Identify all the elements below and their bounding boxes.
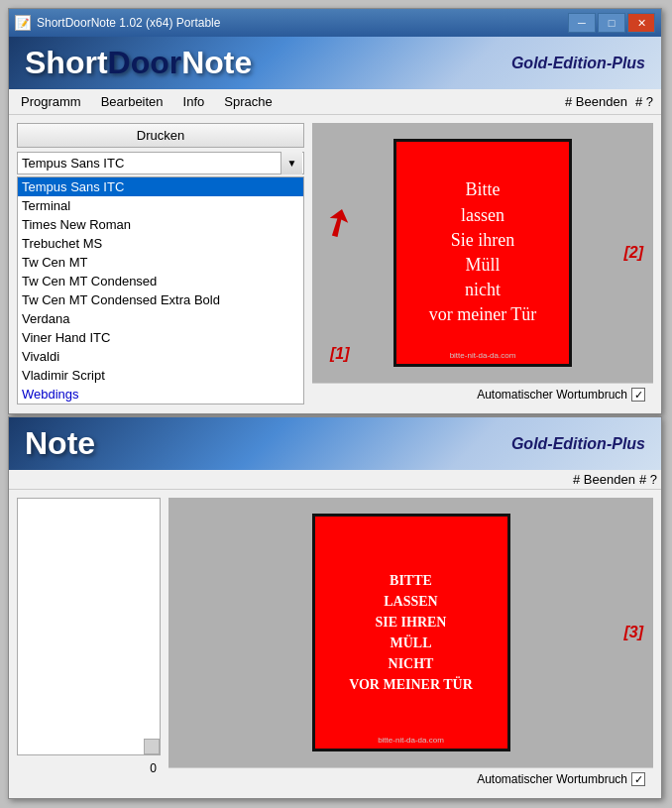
wordwrap-row: Automatischer Wortumbruch ✓ xyxy=(312,383,653,405)
list-item[interactable]: Terminal xyxy=(18,196,303,215)
close-button[interactable]: ✕ xyxy=(627,13,655,33)
bottom-wordwrap-label: Automatischer Wortumbruch xyxy=(477,772,627,786)
bottom-wordwrap-row: Automatischer Wortumbruch ✓ xyxy=(168,767,653,790)
font-dropdown-container: Tempus Sans ITC ▼ xyxy=(17,152,304,174)
annotation-label-2: [2] xyxy=(623,244,643,262)
print-button[interactable]: Drucken xyxy=(17,123,304,148)
bottom-menu-bar: # Beenden # ? xyxy=(9,470,661,490)
arrow-annotation: ➚ xyxy=(314,197,361,248)
bottom-note-card-footer: bitte-nit-da-da.com xyxy=(378,736,444,745)
preview-area: ➚ [1] BittelassenSie ihrenMüllnichtvor m… xyxy=(312,123,653,383)
bottom-right-panel: BITTELASSENSIE IHRENMÜLLNICHTVOR MEINER … xyxy=(168,498,653,790)
scroll-value: 0 xyxy=(17,759,161,777)
app-header: ShortDoorNote Gold-Edition-Plus xyxy=(9,37,661,89)
app-subtitle: Gold-Edition-Plus xyxy=(511,55,645,72)
top-window: 📝 ShortDoorNote 1.02 (x64) Portable ─ □ … xyxy=(8,8,662,414)
bottom-note-card-text: BITTELASSENSIE IHRENMÜLLNICHTVOR MEINER … xyxy=(349,570,473,695)
app-title: ShortDoorNote xyxy=(25,45,252,81)
menu-sprache[interactable]: Sprache xyxy=(216,91,280,112)
left-panel: Drucken Tempus Sans ITC ▼ Tempus Sans IT… xyxy=(17,123,304,405)
app-icon: 📝 xyxy=(15,15,31,31)
bottom-main-content: 0 BITTELASSENSIE IHRENMÜLLNICHTVOR MEINE… xyxy=(9,490,661,798)
bottom-font-list[interactable] xyxy=(17,498,161,755)
bottom-window: Note Gold-Edition-Plus # Beenden # ? 0 xyxy=(8,416,662,799)
annotation-label-3: [3] xyxy=(623,624,643,641)
font-list[interactable]: Tempus Sans ITC Terminal Times New Roman… xyxy=(17,176,304,404)
bottom-menu-beenden[interactable]: # Beenden xyxy=(573,472,635,487)
list-item[interactable]: Tempus Sans ITC xyxy=(18,177,303,196)
title-bar-left: 📝 ShortDoorNote 1.02 (x64) Portable xyxy=(15,15,220,31)
list-item[interactable]: Tw Cen MT Condensed xyxy=(18,272,303,290)
wordwrap-label: Automatischer Wortumbruch xyxy=(477,388,627,402)
menu-info[interactable]: Info xyxy=(175,91,213,112)
minimize-button[interactable]: ─ xyxy=(568,13,596,33)
menu-right: # Beenden # ? xyxy=(565,94,653,109)
dropdown-arrow-icon: ▼ xyxy=(280,152,302,174)
title-bar: 📝 ShortDoorNote 1.02 (x64) Portable ─ □ … xyxy=(9,9,661,37)
list-item[interactable]: Verdana xyxy=(18,309,303,328)
menu-beenden[interactable]: # Beenden xyxy=(565,94,627,109)
title-bar-text: ShortDoorNote 1.02 (x64) Portable xyxy=(37,16,220,30)
font-dropdown[interactable]: Tempus Sans ITC xyxy=(17,152,304,174)
note-card: BittelassenSie ihrenMüllnichtvor meiner … xyxy=(393,139,572,367)
list-item[interactable]: Vladimir Script xyxy=(18,366,303,385)
menu-programm[interactable]: Programm xyxy=(13,91,89,112)
bottom-app-title: Note xyxy=(25,425,95,462)
list-item[interactable]: Times New Roman xyxy=(18,215,303,234)
menu-bar: Programm Bearbeiten Info Sprache # Beend… xyxy=(9,89,661,115)
bottom-app-header: Note Gold-Edition-Plus xyxy=(9,417,661,470)
bottom-menu-help[interactable]: # ? xyxy=(639,472,657,487)
bottom-note-card: BITTELASSENSIE IHRENMÜLLNICHTVOR MEINER … xyxy=(312,514,510,751)
list-item[interactable]: Wide Latin xyxy=(18,404,303,404)
list-item[interactable]: Webdings xyxy=(18,385,303,404)
wordwrap-checkbox[interactable]: ✓ xyxy=(631,388,645,402)
main-content: Drucken Tempus Sans ITC ▼ Tempus Sans IT… xyxy=(9,115,661,413)
annotation-label-1: [1] xyxy=(330,345,350,363)
maximize-button[interactable]: □ xyxy=(598,13,625,33)
menu-help[interactable]: # ? xyxy=(635,94,653,109)
list-item[interactable]: Viner Hand ITC xyxy=(18,328,303,347)
note-card-footer: bitte-nit-da-da.com xyxy=(450,351,516,360)
list-item[interactable]: Trebuchet MS xyxy=(18,234,303,253)
right-panel: ➚ [1] BittelassenSie ihrenMüllnichtvor m… xyxy=(312,123,653,405)
menu-bearbeiten[interactable]: Bearbeiten xyxy=(93,91,171,112)
bottom-app-subtitle: Gold-Edition-Plus xyxy=(511,435,645,453)
bottom-wordwrap-checkbox[interactable]: ✓ xyxy=(631,772,645,786)
list-item[interactable]: Vivaldi xyxy=(18,347,303,366)
list-item[interactable]: Tw Cen MT xyxy=(18,253,303,272)
title-bar-controls: ─ □ ✕ xyxy=(568,13,655,33)
bottom-preview-area: BITTELASSENSIE IHRENMÜLLNICHTVOR MEINER … xyxy=(168,498,653,767)
note-card-text: BittelassenSie ihrenMüllnichtvor meiner … xyxy=(429,177,537,327)
scrollbar-thumb[interactable] xyxy=(144,739,160,754)
list-item[interactable]: Tw Cen MT Condensed Extra Bold xyxy=(18,290,303,309)
bottom-left-panel: 0 xyxy=(17,498,161,790)
